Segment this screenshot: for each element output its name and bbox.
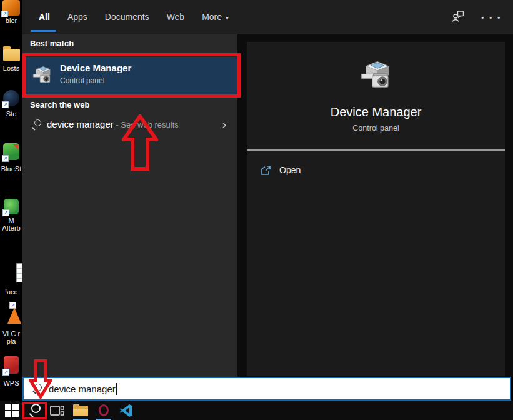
task-view-button[interactable] — [47, 401, 66, 420]
desktop-icon-bluestacks[interactable]: ↗ BlueSt — [0, 143, 22, 160]
desktop-icon-after-effects[interactable]: ↗ M Afterb — [0, 199, 22, 214]
desktop-icon-label: !acc — [0, 288, 25, 296]
more-options-icon[interactable]: • • • — [481, 14, 502, 21]
web-search-result[interactable]: device manager - See web results › — [22, 114, 237, 136]
feedback-icon[interactable] — [451, 9, 465, 26]
desktop-icon-notes[interactable]: !acc — [0, 263, 22, 282]
best-match-subtitle: Control panel — [60, 76, 104, 85]
chevron-down-icon: ▾ — [226, 14, 229, 21]
shortcut-arrow-icon: ↗ — [2, 155, 9, 162]
best-match-header: Best match — [30, 39, 74, 48]
bluestacks-icon: ↗ — [3, 143, 19, 160]
search-icon — [32, 383, 43, 394]
desktop-icon-wps[interactable]: ↗ WPS — [0, 356, 22, 374]
desktop-icon-strip: ↗ bler Losts ↗ Ste ↗ BlueSt ↗ M Afterb !… — [0, 0, 22, 400]
wps-icon: ↗ — [4, 356, 19, 374]
detail-title: Device Manager — [247, 105, 505, 119]
text-cursor — [116, 383, 117, 395]
open-external-icon — [261, 165, 271, 176]
taskbar — [0, 401, 513, 420]
vlc-icon: ↗ — [7, 308, 21, 324]
desktop-icon-label: M Afterb — [0, 217, 25, 232]
best-match-title: Device Manager — [60, 62, 131, 73]
tab-more[interactable]: More▾ — [193, 0, 237, 34]
taskbar-search-button[interactable] — [25, 401, 45, 420]
search-icon — [27, 403, 42, 418]
web-query: device manager — [47, 119, 114, 129]
desktop-icon-steam[interactable]: ↗ Ste — [0, 90, 22, 106]
desktop-icon-label: BlueSt — [0, 165, 25, 172]
desktop-icon-blender[interactable]: ↗ bler — [0, 0, 22, 16]
vscode-button[interactable] — [117, 401, 135, 420]
shortcut-arrow-icon: ↗ — [2, 101, 9, 108]
desktop-icon-label: VLC r pla — [0, 330, 25, 345]
desktop-icon-label: Ste — [0, 110, 25, 118]
task-view-icon — [50, 404, 64, 417]
chevron-right-icon[interactable]: › — [222, 117, 226, 132]
shortcut-arrow-icon: ↗ — [2, 209, 9, 216]
detail-subtitle: Control panel — [247, 124, 505, 132]
file-explorer-icon — [73, 404, 88, 416]
tab-web[interactable]: Web — [158, 0, 194, 34]
desktop-icon-label: WPS — [0, 379, 25, 387]
windows-logo-icon — [5, 404, 19, 418]
tab-apps[interactable]: Apps — [59, 0, 96, 34]
steam-icon: ↗ — [3, 90, 19, 106]
results-panel: Best match Device Manager Control panel — [22, 34, 237, 377]
search-web-header: Search the web — [30, 100, 89, 109]
notepad-icon — [16, 263, 22, 282]
start-button[interactable] — [4, 401, 20, 420]
active-tab-underline — [31, 30, 56, 32]
after-effects-icon: ↗ — [4, 199, 19, 214]
desktop-icon-label: bler — [0, 17, 25, 24]
tab-all[interactable]: All — [30, 0, 59, 34]
folder-icon — [3, 49, 20, 61]
desktop-icon-label: Losts — [0, 64, 25, 72]
best-match-result[interactable]: Device Manager Control panel — [26, 57, 237, 95]
shortcut-arrow-icon: ↗ — [2, 369, 9, 376]
separator — [247, 149, 505, 151]
opera-button[interactable] — [95, 401, 112, 420]
windows-search-screen: ↗ bler Losts ↗ Ste ↗ BlueSt ↗ M Afterb !… — [0, 0, 513, 420]
device-manager-icon — [358, 58, 394, 94]
search-input-value: device manager — [49, 384, 116, 394]
desktop-icon-losts[interactable]: Losts — [0, 46, 22, 61]
detail-panel: Device Manager Control panel Open — [247, 42, 505, 376]
device-manager-icon — [31, 64, 54, 87]
search-tab-bar: All Apps Documents Web More▾ • • • — [22, 0, 513, 34]
search-icon — [31, 119, 41, 129]
open-command[interactable]: Open — [247, 159, 505, 181]
web-suffix: - See web results — [114, 120, 179, 129]
opera-icon — [99, 404, 109, 416]
vscode-icon — [119, 404, 133, 418]
tab-documents[interactable]: Documents — [96, 0, 158, 34]
tab-list: All Apps Documents Web More▾ — [30, 0, 237, 34]
desktop-icon-vlc[interactable]: ↗ VLC r pla — [0, 308, 22, 324]
search-flyout: Best match Device Manager Control panel — [22, 34, 513, 377]
file-explorer-button[interactable] — [71, 401, 90, 420]
search-input[interactable]: device manager — [22, 377, 511, 401]
shortcut-arrow-icon: ↗ — [9, 302, 16, 309]
blender-icon: ↗ — [2, 0, 20, 16]
open-label: Open — [279, 165, 301, 175]
